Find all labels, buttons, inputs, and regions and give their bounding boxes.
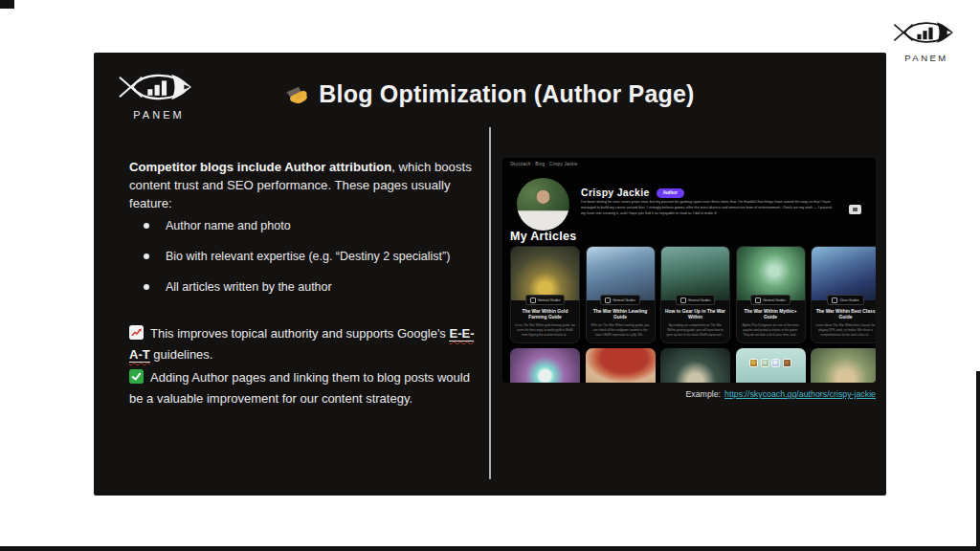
- list-item-text: All articles written by the author: [166, 278, 332, 297]
- panem-watermark-text: PANEM: [885, 53, 968, 63]
- list-item: All articles written by the author: [129, 278, 485, 297]
- bottom-edge-bar: [0, 546, 980, 551]
- author-page-screenshot: Skycoach · Blog · Crispy Jackie Crispy J…: [502, 158, 876, 383]
- article-thumbnail: [737, 247, 805, 300]
- category-tag-label: General Guides: [612, 298, 635, 302]
- panem-slide-logo-text: PANEM: [109, 109, 209, 121]
- bullet-dot-icon: [144, 284, 149, 290]
- media-icon[interactable]: [849, 205, 861, 214]
- category-tag: General Guides: [525, 295, 566, 305]
- panem-fish-icon: [888, 15, 965, 50]
- articles-row: General Guides The War Within Gold Farmi…: [510, 246, 876, 343]
- article-card-partial[interactable]: [811, 348, 876, 383]
- category-tag: Class Guides: [827, 295, 863, 305]
- author-badge: Author: [657, 188, 684, 198]
- eeat-note: This improves topical authority and supp…: [129, 324, 485, 364]
- article-excerpt: Mythic Plus Dungeons are one of the most…: [737, 323, 805, 337]
- article-card-partial[interactable]: [660, 348, 730, 383]
- article-title: The War Within Leveling Guide: [587, 309, 655, 321]
- article-excerpt: In our The War Within gold farming guide…: [511, 323, 579, 337]
- item-icon: [783, 359, 791, 367]
- category-tag: General Guides: [676, 295, 716, 305]
- recommendation-text: Adding Author pages and linking them to …: [129, 370, 470, 406]
- category-tag-label: General Guides: [538, 298, 561, 302]
- article-thumbnail: [587, 247, 655, 300]
- list-item: Author name and photo: [129, 217, 485, 235]
- article-excerpt: With our The War Within leveling guide, …: [587, 323, 655, 337]
- author-avatar: [517, 178, 569, 231]
- breadcrumb[interactable]: Skycoach · Blog · Crispy Jackie: [510, 162, 578, 166]
- example-caption: Example:https://skycoach.gg/authors/cris…: [502, 389, 876, 399]
- category-tag-label: General Guides: [763, 298, 786, 302]
- article-thumbnail: [812, 247, 876, 300]
- list-item-text: Bio with relevant expertise (e.g. “Desti…: [166, 248, 450, 266]
- item-icon: [771, 359, 780, 367]
- category-tag: General Guides: [750, 295, 791, 305]
- bullet-dot-icon: [144, 253, 149, 259]
- my-articles-heading: My Articles: [510, 230, 577, 243]
- category-icon: [530, 298, 536, 303]
- chart-increasing-icon: [129, 325, 144, 345]
- feature-list: Author name and photo Bio with relevant …: [129, 217, 485, 308]
- article-card[interactable]: Class Guides The War Within Best Class G…: [811, 246, 876, 343]
- article-card-partial[interactable]: [510, 348, 580, 383]
- example-link[interactable]: https://skycoach.gg/authors/crispy-jacki…: [724, 389, 876, 399]
- writing-hand-icon: [285, 82, 309, 106]
- article-title: How to Gear Up in The War Within: [661, 309, 729, 321]
- page-title-text: Blog Optimization (Author Page): [319, 80, 694, 107]
- article-title: The War Within Gold Farming Guide: [511, 309, 579, 321]
- article-excerpt: By reading our comprehensive The War Wit…: [661, 323, 729, 337]
- article-card[interactable]: General Guides How to Gear Up in The War…: [660, 246, 730, 343]
- right-edge-bar: [976, 371, 980, 551]
- divider: [489, 127, 491, 479]
- category-icon: [832, 298, 837, 303]
- category-icon: [605, 298, 611, 303]
- author-name: Crispy Jackie: [581, 187, 650, 198]
- page-title: Blog Optimization (Author Page): [94, 80, 886, 108]
- corner-mark: [0, 0, 14, 9]
- category-tag-label: Class Guides: [839, 298, 858, 302]
- eeat-note-prefix: This improves topical authority and supp…: [150, 326, 446, 341]
- check-mark-icon: [129, 369, 144, 389]
- article-card-partial[interactable]: [586, 348, 656, 383]
- eeat-note-suffix: guidelines.: [153, 347, 212, 362]
- author-bio: I've been writing for over seven years n…: [581, 199, 835, 216]
- article-card-partial[interactable]: [736, 348, 806, 383]
- slide: PANEM Blog Optimization (Author Page) Co…: [94, 53, 886, 496]
- category-tag: General Guides: [600, 295, 640, 305]
- category-icon: [680, 298, 686, 303]
- list-item: Bio with relevant expertise (e.g. “Desti…: [129, 248, 485, 266]
- article-title: The War Within Best Class Guide: [812, 309, 876, 321]
- article-title: The War Within Mythic+ Guide: [737, 309, 805, 321]
- article-card[interactable]: General Guides The War Within Mythic+ Gu…: [736, 246, 806, 343]
- category-tag-label: General Guides: [688, 298, 711, 302]
- recommendation-note: Adding Author pages and linking them to …: [129, 368, 485, 408]
- list-item-text: Author name and photo: [166, 217, 291, 235]
- article-thumbnail: [511, 247, 579, 300]
- intro-paragraph: Competitor blogs include Author attribut…: [129, 158, 485, 212]
- author-header: Crispy JackieAuthor: [581, 183, 684, 200]
- article-card[interactable]: General Guides The War Within Gold Farmi…: [510, 246, 580, 343]
- article-excerpt: Learn about The War Within best classes …: [812, 323, 876, 337]
- example-label: Example:: [685, 389, 721, 399]
- intro-bold-text: Competitor blogs include Author attribut…: [129, 160, 391, 174]
- bullet-dot-icon: [144, 223, 149, 229]
- category-icon: [755, 298, 761, 303]
- article-thumbnail: [661, 247, 729, 300]
- article-card[interactable]: General Guides The War Within Leveling G…: [586, 246, 656, 343]
- articles-row-partial: [510, 348, 876, 383]
- item-icon: [749, 359, 758, 367]
- panem-watermark-logo: PANEM: [885, 15, 968, 63]
- item-icon: [761, 359, 769, 367]
